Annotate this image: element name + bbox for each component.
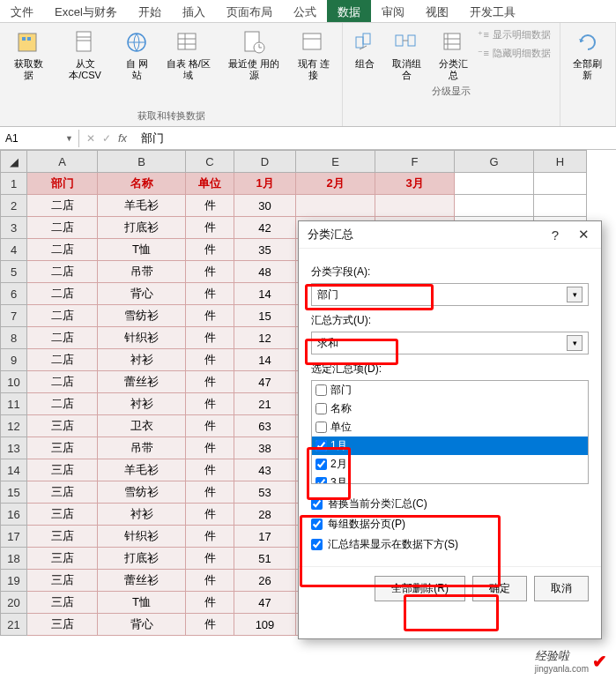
cell[interactable]: 件 (186, 614, 234, 636)
cell[interactable]: 二店 (27, 239, 98, 261)
cell[interactable]: 背心 (98, 614, 186, 636)
row-header[interactable]: 2 (1, 195, 27, 217)
cell[interactable]: 名称 (98, 173, 186, 195)
cell[interactable]: 三店 (27, 526, 98, 548)
cell[interactable]: 卫衣 (98, 415, 186, 437)
btn-from-table[interactable]: 自表 格/区域 (160, 26, 218, 108)
btn-recent[interactable]: 最近使 用的源 (221, 26, 286, 108)
cell[interactable]: 件 (186, 548, 234, 570)
replace-checkbox[interactable]: 替换当前分类汇总(C) (311, 496, 589, 511)
row-header[interactable]: 10 (1, 371, 27, 393)
remove-all-button[interactable]: 全部删除(R) (375, 576, 465, 601)
cell[interactable]: 针织衫 (98, 327, 186, 349)
cell[interactable]: 打底衫 (98, 217, 186, 239)
tab-review[interactable]: 审阅 (371, 0, 415, 22)
cell[interactable]: 背心 (98, 283, 186, 305)
row-header[interactable]: 4 (1, 239, 27, 261)
tab-formula[interactable]: 公式 (283, 0, 327, 22)
tab-developer[interactable]: 开发工具 (459, 0, 526, 22)
cell[interactable]: 件 (186, 261, 234, 283)
namebox-dropdown-icon[interactable]: ▼ (65, 134, 73, 143)
row-header[interactable]: 11 (1, 393, 27, 415)
cell[interactable]: 14 (234, 349, 296, 371)
close-button[interactable]: ✕ (575, 227, 592, 242)
cell[interactable]: 件 (186, 592, 234, 614)
row-header[interactable]: 7 (1, 305, 27, 327)
cell[interactable]: 三店 (27, 614, 98, 636)
col-header-C[interactable]: C (186, 151, 234, 173)
tab-insert[interactable]: 插入 (172, 0, 216, 22)
cell[interactable]: 三店 (27, 437, 98, 459)
cell[interactable]: 件 (186, 283, 234, 305)
cell[interactable]: 二店 (27, 217, 98, 239)
row-header[interactable]: 17 (1, 526, 27, 548)
cell[interactable]: 3月 (375, 173, 455, 195)
cell[interactable]: 件 (186, 481, 234, 504)
btn-ungroup[interactable]: 取消组合 (385, 26, 428, 83)
btn-from-csv[interactable]: 从文 本/CSV (56, 26, 115, 108)
cell[interactable]: 件 (186, 437, 234, 459)
cell[interactable]: 63 (234, 415, 296, 437)
cell[interactable]: 二店 (27, 327, 98, 349)
cell[interactable]: 47 (234, 371, 296, 393)
row-header[interactable]: 14 (1, 459, 27, 481)
formula-input[interactable] (134, 129, 616, 147)
cell[interactable] (534, 173, 587, 195)
tab-view[interactable]: 视图 (415, 0, 459, 22)
tab-excel-finance[interactable]: Excel与财务 (44, 0, 128, 22)
btn-from-web[interactable]: 自 网站 (118, 26, 156, 108)
cell[interactable]: 二店 (27, 283, 98, 305)
cell[interactable] (534, 195, 587, 217)
cancel-button[interactable]: 取消 (534, 576, 589, 601)
cell[interactable]: 件 (186, 393, 234, 415)
cell[interactable]: 针织衫 (98, 526, 186, 548)
cell[interactable]: 件 (186, 349, 234, 371)
cell[interactable]: 三店 (27, 504, 98, 526)
cell[interactable]: 1月 (234, 173, 296, 195)
cell[interactable] (375, 195, 455, 217)
list-item[interactable]: 名称 (312, 399, 588, 418)
cell[interactable] (455, 173, 534, 195)
cell[interactable]: 衬衫 (98, 504, 186, 526)
btn-refresh-all[interactable]: 全部刷新 (566, 26, 610, 123)
cell[interactable]: 蕾丝衫 (98, 371, 186, 393)
cell[interactable]: 15 (234, 305, 296, 327)
cell[interactable]: 羊毛衫 (98, 459, 186, 481)
cell[interactable]: 二店 (27, 371, 98, 393)
cell[interactable]: 2月 (296, 173, 375, 195)
cell[interactable]: T恤 (98, 239, 186, 261)
col-header-D[interactable]: D (234, 151, 296, 173)
cell[interactable]: 51 (234, 548, 296, 570)
cell[interactable]: 件 (186, 195, 234, 217)
cell[interactable]: 件 (186, 217, 234, 239)
list-item[interactable]: 2月 (312, 455, 588, 474)
cell[interactable]: 14 (234, 283, 296, 305)
fn-cancel-icon[interactable]: ✕ (86, 132, 95, 145)
row-header[interactable]: 5 (1, 261, 27, 283)
cell[interactable]: 二店 (27, 393, 98, 415)
cell[interactable]: 30 (234, 195, 296, 217)
cell[interactable]: 部门 (27, 173, 98, 195)
cell[interactable]: 衬衫 (98, 349, 186, 371)
cell[interactable]: 21 (234, 393, 296, 415)
row-header[interactable]: 19 (1, 570, 27, 592)
items-listbox[interactable]: 部门名称单位1月2月3月 (311, 380, 589, 484)
cell[interactable]: 雪纺衫 (98, 481, 186, 504)
col-header-H[interactable]: H (534, 151, 587, 173)
cell[interactable]: 羊毛衫 (98, 195, 186, 217)
cell[interactable]: 三店 (27, 415, 98, 437)
tab-file[interactable]: 文件 (0, 0, 44, 22)
cell[interactable]: 二店 (27, 195, 98, 217)
cell[interactable] (296, 195, 375, 217)
tab-layout[interactable]: 页面布局 (216, 0, 283, 22)
pagebreak-checkbox[interactable]: 每组数据分页(P) (311, 517, 589, 532)
cell[interactable]: 件 (186, 504, 234, 526)
cell[interactable]: 件 (186, 305, 234, 327)
cell[interactable]: 三店 (27, 592, 98, 614)
cell[interactable]: 件 (186, 415, 234, 437)
btn-show-detail[interactable]: ⁺≡显示明细数据 (474, 26, 553, 43)
cell[interactable]: 三店 (27, 459, 98, 481)
btn-group[interactable]: 组合 (348, 26, 382, 83)
row-header[interactable]: 9 (1, 349, 27, 371)
btn-subtotal[interactable]: 分类汇总 (432, 26, 475, 83)
